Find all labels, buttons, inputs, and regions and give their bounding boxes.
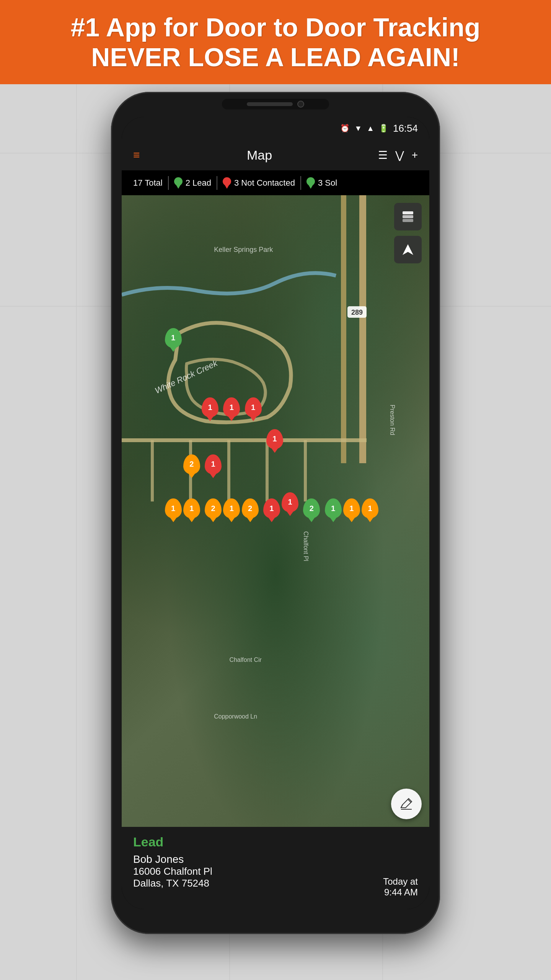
status-icons: ⏰ ▼ ▲ 🔋 16:54 [340, 122, 418, 134]
edit-fab-button[interactable] [391, 789, 422, 819]
pin-body-green-1: 1 [165, 328, 182, 348]
location-button[interactable] [394, 236, 422, 263]
svg-marker-10 [224, 184, 230, 189]
svg-rect-17 [403, 219, 413, 222]
add-icon[interactable]: + [412, 149, 418, 161]
map-pin-17[interactable]: 1 [343, 498, 360, 518]
bottom-lead-card: Lead Bob Jones 16006 Chalfont Pl Dallas,… [122, 827, 429, 909]
speaker [247, 102, 293, 106]
pin-body-orange-5: 1 [223, 498, 240, 518]
map-view[interactable]: 289 White Rock [122, 195, 429, 827]
status-time: 16:54 [393, 122, 418, 134]
pin-body-red-1: 1 [202, 397, 218, 417]
stat-lead: 2 Lead [169, 177, 217, 189]
map-pin-12[interactable]: 2 [242, 498, 259, 518]
edit-icon [399, 797, 413, 811]
svg-rect-16 [403, 215, 413, 218]
phone-device: ⏰ ▼ ▲ 🔋 16:54 ≡ Map ☰ ⋁ + [111, 92, 440, 934]
stat-not-contacted: 3 Not Contacted [217, 177, 300, 189]
map-pin-2[interactable]: 1 [202, 397, 218, 417]
phone-screen: ⏰ ▼ ▲ 🔋 16:54 ≡ Map ☰ ⋁ + [122, 117, 429, 909]
phone-body: ⏰ ▼ ▲ 🔋 16:54 ≡ Map ☰ ⋁ + [111, 92, 440, 934]
pin-body-red-2: 1 [223, 397, 240, 417]
map-pin-4[interactable]: 1 [245, 397, 262, 417]
pin-body-red-7: 1 [282, 492, 298, 512]
pin-body-red-5: 1 [205, 454, 222, 474]
svg-marker-18 [403, 244, 413, 255]
hamburger-icon[interactable]: ≡ [133, 149, 141, 162]
map-pin-11[interactable]: 1 [223, 498, 240, 518]
stat-total: 17 Total [128, 178, 168, 188]
stat-sold: 3 Sol [301, 177, 342, 189]
lead-city: Dallas, TX 75248 [133, 877, 418, 889]
chalfont-cir-label: Chalfont Cir [229, 657, 261, 663]
map-pin-9[interactable]: 1 [183, 498, 200, 518]
lead-label: 2 Lead [186, 178, 211, 188]
map-pin-10[interactable]: 2 [205, 498, 222, 518]
app-topbar: ≡ Map ☰ ⋁ + [122, 140, 429, 170]
map-pin-3[interactable]: 1 [223, 397, 240, 417]
sold-label: 3 Sol [318, 178, 337, 188]
map-pin-14[interactable]: 1 [282, 492, 298, 512]
lead-type-label: Lead [133, 835, 418, 849]
pin-body-green-3: 1 [325, 498, 342, 518]
pin-body-orange-7: 1 [343, 498, 360, 518]
wifi-icon: ▼ [354, 124, 362, 133]
map-pin-16[interactable]: 1 [325, 498, 342, 518]
map-pin-5[interactable]: 1 [266, 429, 283, 449]
not-contacted-label: 3 Not Contacted [234, 178, 295, 188]
svg-marker-8 [176, 184, 181, 189]
pin-body-green-2: 2 [303, 498, 320, 518]
pin-body-orange-6: 2 [242, 498, 259, 518]
map-pin-1[interactable]: 1 [165, 328, 182, 348]
lead-time: Today at 9:44 AM [383, 876, 418, 898]
pin-body-red-3: 1 [245, 397, 262, 417]
map-pin-18[interactable]: 1 [362, 498, 378, 518]
pin-body-red-6: 1 [263, 498, 280, 518]
header-banner: #1 App for Door to Door Tracking NEVER L… [0, 0, 551, 84]
lead-address: 16006 Chalfont Pl [133, 866, 418, 877]
map-pin-7[interactable]: 1 [205, 454, 222, 474]
park-label: Keller Springs Park [214, 246, 273, 254]
topbar-actions: ☰ ⋁ + [378, 149, 418, 162]
sold-pin-icon [306, 177, 315, 189]
status-bar: ⏰ ▼ ▲ 🔋 16:54 [122, 117, 429, 140]
svg-rect-15 [403, 211, 413, 214]
phone-top-bar [222, 99, 329, 109]
svg-marker-12 [308, 184, 313, 189]
navigation-icon [401, 243, 415, 256]
not-contacted-pin-icon [223, 177, 231, 189]
header-title: #1 App for Door to Door Tracking NEVER L… [71, 12, 480, 72]
map-pin-15[interactable]: 2 [303, 498, 320, 518]
pin-body-orange-1: 2 [183, 454, 200, 474]
pin-body-orange-2: 1 [165, 498, 182, 518]
front-camera [297, 101, 304, 108]
copporwood-ln-label: Copporwood Ln [214, 713, 257, 720]
filter-icon[interactable]: ⋁ [395, 149, 404, 162]
lead-time-value: 9:44 AM [384, 887, 418, 897]
stats-bar: 17 Total 2 Lead 3 Not Contacte [122, 170, 429, 195]
chalfont-pl-label: Chalfont Pl [302, 531, 309, 561]
alarm-icon: ⏰ [340, 124, 350, 133]
map-pin-8[interactable]: 1 [165, 498, 182, 518]
battery-icon: 🔋 [379, 124, 388, 133]
app-title: Map [149, 148, 370, 163]
total-label: 17 Total [133, 178, 163, 188]
list-icon[interactable]: ☰ [378, 149, 388, 162]
lead-pin-icon [174, 177, 183, 189]
map-controls [394, 203, 422, 263]
pin-body-orange-3: 1 [183, 498, 200, 518]
layers-icon [401, 210, 415, 224]
pin-body-orange-8: 1 [362, 498, 378, 518]
lead-name: Bob Jones [133, 853, 418, 866]
pin-body-red-4: 1 [266, 429, 283, 449]
pin-body-orange-4: 2 [205, 498, 222, 518]
map-pin-13[interactable]: 1 [263, 498, 280, 518]
svg-text:289: 289 [351, 309, 363, 316]
signal-icon: ▲ [367, 124, 374, 133]
layers-button[interactable] [394, 203, 422, 230]
preston-rd-label: Preston Rd [389, 404, 396, 435]
lead-time-label: Today at [383, 876, 418, 887]
map-pin-6[interactable]: 2 [183, 454, 200, 474]
